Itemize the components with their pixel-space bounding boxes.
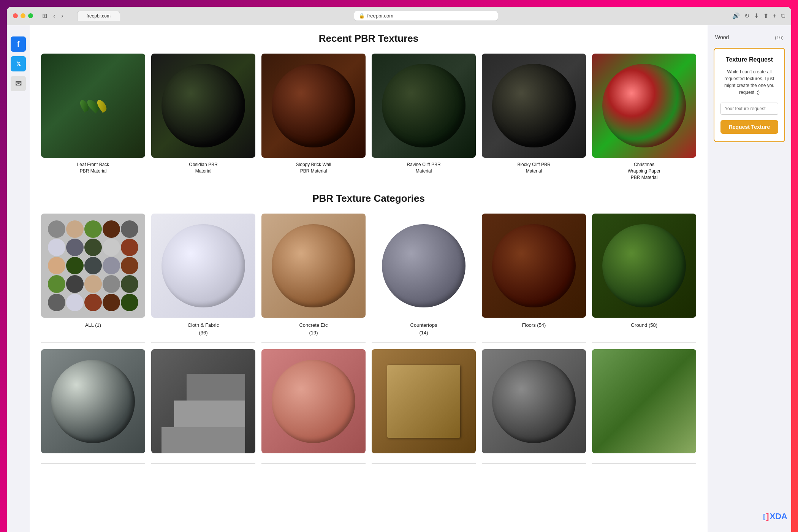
- sphere-christmas: [602, 64, 686, 147]
- twitter-button[interactable]: 𝕏: [11, 56, 26, 71]
- download-icon[interactable]: ⬇: [754, 12, 759, 19]
- request-texture-button[interactable]: Request Texture: [720, 120, 778, 134]
- xda-watermark: [ ] XDA: [763, 511, 787, 521]
- texture-label-christmas: ChristmasWrapping PaperPBR Material: [628, 162, 661, 180]
- xda-brand: XDA: [770, 511, 787, 521]
- xda-text: ]: [766, 511, 769, 521]
- category-label-cloth: Cloth & Fabric(36): [188, 321, 219, 336]
- texture-card-ravine[interactable]: Ravine Cliff PBRMaterial: [372, 54, 476, 180]
- forward-button[interactable]: ›: [60, 11, 65, 20]
- browser-nav-controls: ⊞ ‹ ›: [41, 11, 65, 20]
- texture-card-brick[interactable]: Sloppy Brick WallPBR Material: [261, 54, 366, 180]
- texture-label-obsidian: Obsidian PBRMaterial: [189, 162, 217, 174]
- reload-button[interactable]: ↻: [744, 12, 749, 19]
- sphere-ground: [602, 224, 686, 307]
- request-description: While I can't create all requested textu…: [720, 68, 778, 96]
- back-button[interactable]: ‹: [52, 11, 57, 20]
- sphere-skin: [272, 360, 355, 443]
- texture-card-obsidian[interactable]: Obsidian PBRMaterial: [151, 54, 255, 180]
- cube-wood: [387, 365, 460, 438]
- browser-toolbar-right: 🔊 ↻ ⬇ ⬆ + ⧉: [732, 12, 785, 19]
- category-card-ground[interactable]: Ground (58): [592, 214, 696, 343]
- category-thumb-steps: [151, 349, 255, 453]
- category-card-cloth[interactable]: Cloth & Fabric(36): [151, 214, 255, 343]
- recent-textures-grid: Leaf Front BackPBR Material Obsidian PBR…: [41, 54, 696, 180]
- browser-titlebar: ⊞ ‹ › freepbr.com 🔒 freepbr.com 🔊 ↻ ⬇ ⬆ …: [7, 7, 791, 25]
- category-label-all: ALL (1): [85, 321, 101, 329]
- category-thumb-all: [41, 214, 145, 318]
- texture-card-blocky[interactable]: Blocky Cliff PBRMaterial: [482, 54, 586, 180]
- nature-thumb: [592, 349, 696, 453]
- sphere-ravine: [382, 64, 465, 147]
- traffic-lights: [13, 13, 33, 18]
- categories-grid: ALL (1) Cloth & Fabric(36) Concrete Etc(…: [41, 214, 696, 343]
- category-thumb-nature: [592, 349, 696, 453]
- category-card-floors[interactable]: Floors (54): [482, 214, 586, 343]
- category-card-nature[interactable]: [592, 349, 696, 464]
- texture-label-ravine: Ravine Cliff PBRMaterial: [407, 162, 440, 174]
- facebook-button[interactable]: f: [11, 36, 26, 52]
- texture-label-brick: Sloppy Brick WallPBR Material: [296, 162, 331, 174]
- address-bar[interactable]: 🔒 freepbr.com: [354, 11, 498, 21]
- category-card-metal[interactable]: [41, 349, 145, 464]
- new-tab-icon[interactable]: +: [773, 13, 776, 19]
- category-thumb-concrete: [261, 214, 366, 318]
- category-card-skin[interactable]: [261, 349, 366, 464]
- category-card-stone[interactable]: [482, 349, 586, 464]
- texture-card-leaf[interactable]: Leaf Front BackPBR Material: [41, 54, 145, 180]
- sidebar-wood-count: (16): [775, 35, 784, 40]
- tabs-icon[interactable]: ⧉: [781, 13, 785, 19]
- sphere-countertops: [382, 224, 465, 307]
- xda-bracket-left: [: [763, 513, 765, 521]
- category-card-wood[interactable]: [372, 349, 476, 464]
- category-card-concrete[interactable]: Concrete Etc(19): [261, 214, 366, 343]
- close-button[interactable]: [13, 13, 18, 18]
- email-icon: ✉: [15, 79, 22, 88]
- category-thumb-countertops: [372, 214, 476, 318]
- browser-window: ⊞ ‹ › freepbr.com 🔒 freepbr.com 🔊 ↻ ⬇ ⬆ …: [7, 7, 791, 532]
- twitter-icon: 𝕏: [16, 61, 21, 67]
- category-thumb-wood: [372, 349, 476, 453]
- maximize-button[interactable]: [28, 13, 33, 18]
- texture-card-christmas[interactable]: ChristmasWrapping PaperPBR Material: [592, 54, 696, 180]
- main-content: Recent PBR Textures Leaf Front BackPBR M…: [30, 25, 708, 532]
- sphere-metal: [51, 360, 135, 443]
- texture-label-leaf: Leaf Front BackPBR Material: [77, 162, 109, 174]
- lock-icon: 🔒: [359, 13, 365, 19]
- minimize-button[interactable]: [21, 13, 25, 18]
- right-sidebar: Wood (16) Texture Request While I can't …: [708, 25, 791, 532]
- texture-request-input[interactable]: [720, 103, 778, 115]
- volume-icon[interactable]: 🔊: [732, 12, 740, 19]
- category-thumb-metal: [41, 349, 145, 453]
- url-text: freepbr.com: [367, 13, 393, 19]
- sphere-floors: [492, 224, 575, 307]
- texture-request-box: Texture Request While I can't create all…: [714, 48, 785, 142]
- category-thumb-stone: [482, 349, 586, 453]
- categories-grid-row2: [41, 349, 696, 464]
- texture-thumb-brick: [261, 54, 366, 158]
- share-icon[interactable]: ⬆: [763, 12, 768, 19]
- facebook-icon: f: [17, 40, 20, 49]
- category-card-steps[interactable]: [151, 349, 255, 464]
- category-thumb-ground: [592, 214, 696, 318]
- category-label-floors: Floors (54): [522, 321, 546, 329]
- category-thumb-skin: [261, 349, 366, 453]
- leaf-sprite: [46, 59, 140, 153]
- social-sidebar: f 𝕏 ✉: [7, 25, 30, 532]
- sidebar-wood-header: Wood (16): [714, 31, 785, 43]
- active-tab[interactable]: freepbr.com: [77, 11, 120, 21]
- category-card-all[interactable]: ALL (1): [41, 214, 145, 343]
- category-thumb-floors: [482, 214, 586, 318]
- browser-body: f 𝕏 ✉ Recent PBR Textures: [7, 25, 791, 532]
- address-bar-row: 🔒 freepbr.com: [131, 11, 722, 21]
- email-button[interactable]: ✉: [11, 76, 26, 91]
- category-card-countertops[interactable]: Countertops(14): [372, 214, 476, 343]
- sidebar-toggle-button[interactable]: ⊞: [41, 11, 49, 20]
- texture-thumb-blocky: [482, 54, 586, 158]
- category-label-countertops: Countertops(14): [410, 321, 437, 336]
- texture-thumb-ravine: [372, 54, 476, 158]
- sphere-blocky: [492, 64, 575, 147]
- category-thumb-cloth: [151, 214, 255, 318]
- recent-section-title: Recent PBR Textures: [41, 33, 696, 44]
- categories-section-title: PBR Texture Categories: [41, 193, 696, 204]
